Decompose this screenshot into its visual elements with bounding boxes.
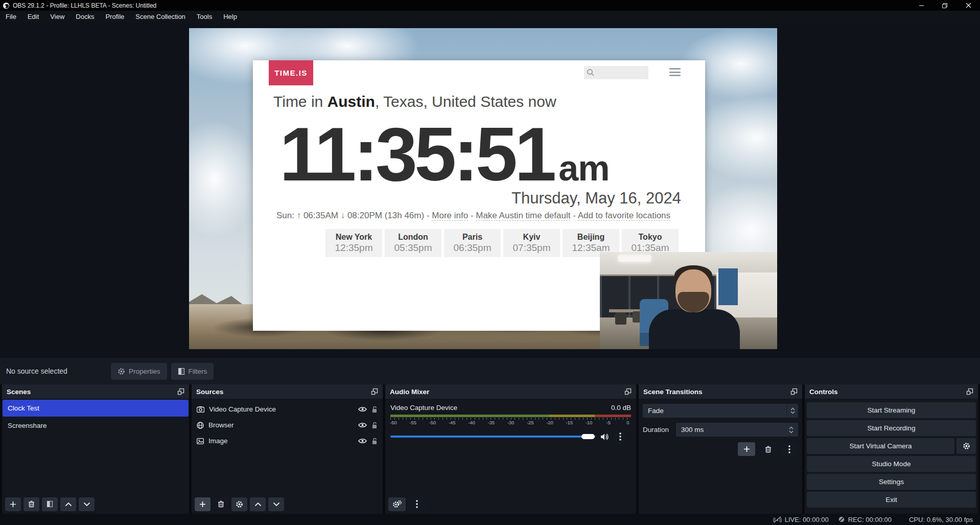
volume-slider[interactable] — [390, 436, 596, 438]
unlock-icon[interactable] — [371, 422, 378, 429]
source-row-video-capture[interactable]: Video Capture Device — [192, 401, 383, 417]
restore-button[interactable] — [933, 0, 956, 11]
chevron-down-icon — [789, 430, 794, 433]
trash-icon — [218, 500, 224, 508]
menu-scene-collection[interactable]: Scene Collection — [130, 11, 191, 23]
remove-source-button[interactable] — [213, 497, 229, 511]
menu-view[interactable]: View — [44, 11, 70, 23]
scene-filters-button[interactable] — [42, 497, 58, 511]
source-status-text: No source selected — [6, 367, 111, 375]
transition-select[interactable]: Fade — [643, 404, 798, 418]
menu-file[interactable]: File — [0, 11, 22, 23]
timeis-search-input[interactable] — [595, 69, 643, 77]
advanced-audio-button[interactable] — [388, 497, 406, 511]
visibility-eye-icon[interactable] — [358, 406, 367, 412]
filters-button[interactable]: Filters — [171, 363, 214, 380]
city-tile-kyiv[interactable]: Kyiv07:35pm — [503, 229, 560, 257]
menu-edit[interactable]: Edit — [22, 11, 44, 23]
menu-help[interactable]: Help — [218, 11, 243, 23]
speaker-icon[interactable] — [600, 433, 610, 441]
transition-menu-button[interactable] — [781, 442, 798, 456]
chevron-up-icon — [790, 407, 795, 410]
gear-icon — [118, 368, 125, 375]
popout-icon[interactable] — [790, 388, 798, 395]
duration-spinbox[interactable]: 300 ms — [676, 423, 798, 437]
start-streaming-button[interactable]: Start Streaming — [807, 402, 976, 418]
source-properties-button[interactable] — [231, 497, 247, 511]
cloud — [189, 120, 261, 238]
window-title: OBS 29.1.2 - Profile: LLHLS BETA - Scene… — [13, 2, 156, 9]
scene-canvas[interactable]: TIME.IS Time in Austin, Texas, United St… — [189, 28, 777, 349]
plus-icon — [199, 501, 206, 508]
add-source-button[interactable] — [195, 497, 211, 511]
globe-icon — [197, 422, 204, 429]
close-button[interactable] — [956, 0, 980, 11]
plus-icon — [743, 446, 750, 452]
mixer-channel-menu-button[interactable] — [614, 430, 626, 443]
move-scene-down-button[interactable] — [79, 497, 95, 511]
visibility-eye-icon[interactable] — [358, 422, 367, 428]
audio-mixer-panel: Audio Mixer Video Capture Device 0.0 dB … — [385, 384, 636, 514]
studio-mode-button[interactable]: Studio Mode — [807, 456, 976, 472]
hamburger-menu-icon[interactable] — [669, 68, 681, 76]
dock-panels: Scenes Clock Test Screenshare Sources — [0, 384, 980, 514]
source-row-image[interactable]: Image — [192, 433, 383, 449]
popout-icon[interactable] — [966, 388, 973, 395]
minimize-button[interactable] — [909, 0, 933, 11]
volume-slider-handle[interactable] — [581, 434, 595, 439]
menu-profile[interactable]: Profile — [100, 11, 130, 23]
properties-button[interactable]: Properties — [111, 363, 167, 380]
webcam-blue-panel — [718, 268, 738, 305]
add-scene-button[interactable] — [5, 497, 21, 511]
popout-icon[interactable] — [177, 388, 184, 395]
image-icon — [197, 438, 204, 444]
exit-button[interactable]: Exit — [807, 492, 976, 508]
visibility-eye-icon[interactable] — [358, 438, 367, 444]
gear-icon — [963, 442, 970, 450]
unlock-icon[interactable] — [371, 438, 378, 445]
scene-item-screenshare[interactable]: Screenshare — [3, 417, 189, 434]
live-status: LIVE: 00:00:00 — [773, 516, 829, 523]
rec-timer: REC: 00:00:00 — [848, 516, 892, 523]
menu-tools[interactable]: Tools — [191, 11, 218, 23]
more-info-link[interactable]: More info — [432, 211, 468, 221]
start-virtual-camera-button[interactable]: Start Virtual Camera — [807, 438, 954, 454]
remove-scene-button[interactable] — [24, 497, 39, 511]
source-row-browser[interactable]: Browser — [192, 417, 383, 433]
duration-spinner[interactable] — [786, 426, 798, 433]
camera-icon — [197, 406, 204, 413]
city-tile-london[interactable]: London05:35pm — [385, 229, 441, 257]
mixer-menu-button[interactable] — [408, 497, 426, 511]
scene-item-clock-test[interactable]: Clock Test — [3, 400, 189, 417]
mixer-level-db: 0.0 dB — [611, 404, 631, 412]
timeis-logo[interactable]: TIME.IS — [269, 60, 313, 85]
remove-transition-button[interactable] — [759, 442, 777, 456]
virtual-camera-config-button[interactable] — [956, 438, 976, 454]
menu-docks[interactable]: Docks — [70, 11, 100, 23]
popout-icon[interactable] — [371, 388, 378, 395]
kebab-menu-icon — [619, 432, 621, 441]
add-transition-button[interactable] — [738, 442, 755, 456]
move-source-down-button[interactable] — [268, 497, 284, 511]
unlock-icon[interactable] — [371, 406, 378, 413]
popout-icon[interactable] — [624, 388, 632, 395]
move-source-up-button[interactable] — [250, 497, 266, 511]
sources-panel-title: Sources — [196, 388, 223, 396]
settings-button[interactable]: Settings — [807, 474, 976, 490]
move-scene-up-button[interactable] — [60, 497, 76, 511]
audio-mixer-panel-title: Audio Mixer — [390, 388, 429, 396]
trash-icon — [765, 446, 772, 453]
start-recording-button[interactable]: Start Recording — [807, 420, 976, 436]
transition-select-spinner[interactable] — [786, 404, 798, 418]
city-tile-paris[interactable]: Paris06:35pm — [444, 229, 501, 257]
add-favorite-link[interactable]: Add to favorite locations — [578, 211, 670, 221]
scene-transitions-panel: Scene Transitions Fade Duration 300 ms — [639, 384, 802, 514]
plus-icon — [10, 501, 16, 508]
cpu-status: CPU: 0.6%, 30.00 fps — [909, 516, 973, 523]
chevron-down-icon — [273, 502, 280, 507]
city-tile-new-york[interactable]: New York12:35pm — [325, 229, 382, 257]
source-toolbar: No source selected Properties Filters — [0, 358, 980, 384]
timeis-search[interactable] — [584, 66, 648, 79]
title-bar: OBS 29.1.2 - Profile: LLHLS BETA - Scene… — [0, 0, 980, 11]
make-default-link[interactable]: Make Austin time default — [476, 211, 570, 221]
